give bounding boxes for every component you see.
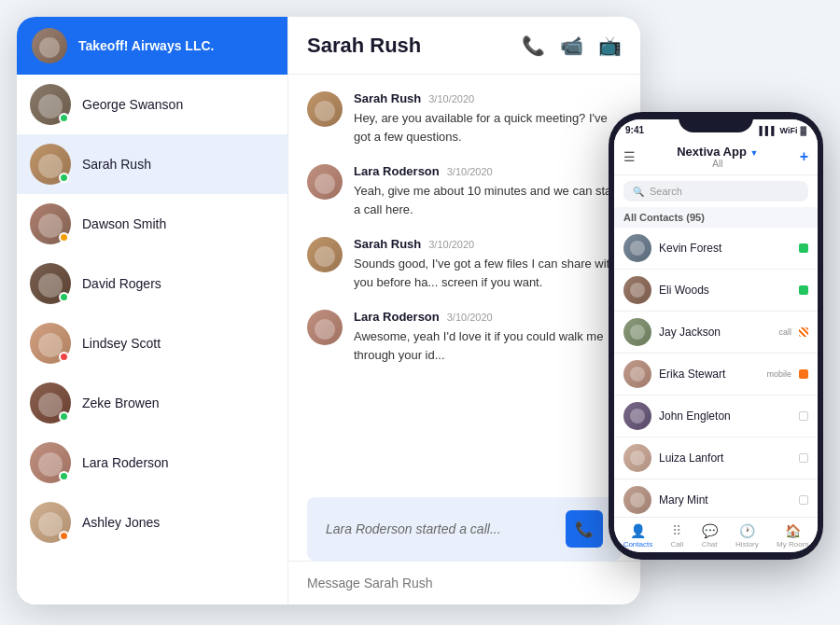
sidebar-contact-item[interactable]: Sarah Rush — [17, 134, 287, 194]
contact-avatar-wrap — [30, 84, 71, 125]
contact-list: George Swanson Sarah Rush Dawson Smith D… — [17, 75, 287, 604]
contact-avatar-wrap — [30, 442, 71, 483]
message-avatar — [307, 91, 343, 127]
org-name: Takeoff! Airways LLC. — [78, 38, 214, 53]
message-text: Awesome, yeah I'd love it if you could w… — [354, 327, 622, 364]
nav-icon: 🕐 — [739, 523, 755, 538]
wifi-icon: WiFi — [780, 126, 798, 135]
nav-icon: 💬 — [702, 523, 718, 538]
contact-avatar-wrap — [30, 323, 71, 364]
phone-status-indicator — [799, 453, 808, 463]
phone-contact-name: Luiza Lanfort — [659, 451, 784, 465]
nav-icon: 👤 — [630, 523, 646, 538]
nav-label: Contacts — [623, 540, 653, 549]
phone-contact-avatar — [623, 360, 651, 388]
phone-contact-name: Kevin Forest — [659, 242, 784, 255]
sidebar-contact-item[interactable]: Dawson Smith — [17, 194, 287, 254]
phone-contact-item[interactable]: Mary Mint — [614, 479, 818, 517]
chat-area: Sarah Rush 📞 📹 📺 Sarah Rush 3/10/2020 He… — [287, 17, 640, 604]
status-dot — [59, 232, 69, 243]
contact-name: Dawson Smith — [82, 216, 166, 231]
tablet: Takeoff! Airways LLC. George Swanson Sar… — [17, 17, 640, 604]
message-sender: Sarah Rush — [354, 91, 421, 105]
chat-input-area[interactable] — [288, 561, 640, 604]
nav-label: Call — [671, 540, 684, 549]
phone-search-area: 🔍 Search — [614, 175, 818, 207]
contact-name: David Rogers — [82, 276, 161, 291]
signal-icon: ▌▌▌ — [759, 126, 777, 135]
sidebar-contact-item[interactable]: Zeke Browen — [17, 373, 287, 433]
phone-contact-name: John Engleton — [659, 410, 784, 423]
phone-status-indicator — [799, 411, 808, 421]
message-content: Sarah Rush 3/10/2020 Hey, are you availa… — [354, 91, 622, 146]
sidebar-contact-item[interactable]: David Rogers — [17, 254, 287, 313]
cast-icon[interactable]: 📺 — [598, 35, 622, 57]
search-input-wrap[interactable]: 🔍 Search — [623, 181, 808, 201]
join-call-button[interactable]: 📞 — [566, 510, 603, 548]
message-meta: Sarah Rush 3/10/2020 — [354, 237, 622, 251]
app-subtitle: All — [636, 159, 800, 169]
sidebar-contact-item[interactable]: George Swanson — [17, 75, 287, 134]
message-content: Sarah Rush 3/10/2020 Sounds good, I've g… — [354, 237, 622, 291]
phone-time: 9:41 — [625, 125, 644, 135]
sidebar-header: Takeoff! Airways LLC. — [17, 17, 287, 75]
status-dot — [59, 471, 69, 481]
phone-contact-badge: mobile — [766, 369, 791, 379]
phone-contact-list: Kevin Forest Eli Woods Jay Jackson call … — [614, 228, 818, 517]
phone-contact-avatar — [623, 486, 651, 514]
sidebar-contact-item[interactable]: Ashley Jones — [17, 493, 287, 552]
contact-avatar-wrap — [30, 382, 71, 424]
call-banner: Lara Roderson started a call... 📞 — [307, 497, 622, 561]
phone-status-icons: ▌▌▌ WiFi ▓ — [759, 126, 806, 135]
status-dot — [59, 411, 69, 422]
contact-avatar-wrap — [30, 203, 71, 244]
phone-contact-avatar — [623, 276, 651, 304]
message-avatar — [307, 310, 343, 345]
app-header-center: Nextiva App ▼ All — [636, 145, 800, 169]
phone-contact-name: Erika Stewart — [659, 368, 759, 381]
message-meta: Lara Roderson 3/10/2020 — [354, 310, 622, 324]
contact-name: Lindsey Scott — [82, 336, 161, 351]
message-time: 3/10/2020 — [428, 93, 474, 104]
message-sender: Lara Roderson — [354, 310, 440, 324]
video-icon[interactable]: 📹 — [560, 35, 583, 57]
phone-nav-chat[interactable]: 💬 Chat — [702, 523, 718, 549]
phone-contact-avatar — [623, 402, 651, 430]
message-input[interactable] — [307, 576, 622, 590]
phone-screen: 9:41 ▌▌▌ WiFi ▓ ☰ Nextiva App ▼ All + 🔍 … — [614, 119, 818, 552]
contact-name: Lara Roderson — [82, 455, 169, 470]
menu-icon[interactable]: ☰ — [623, 149, 636, 164]
phone-contact-item[interactable]: Kevin Forest — [614, 228, 818, 270]
call-banner-text: Lara Roderson started a call... — [326, 521, 501, 536]
phone-contact-item[interactable]: Jay Jackson call — [614, 312, 818, 354]
contact-name: Ashley Jones — [82, 515, 160, 530]
sidebar-contact-item[interactable]: Lindsey Scott — [17, 313, 287, 373]
phone-contact-name: Jay Jackson — [659, 326, 771, 339]
phone-contact-item[interactable]: Eli Woods — [614, 270, 818, 312]
chat-header: Sarah Rush 📞 📹 📺 — [288, 17, 640, 75]
phone-contact-item[interactable]: John Engleton — [614, 396, 818, 438]
phone-nav-contacts[interactable]: 👤 Contacts — [623, 523, 653, 549]
phone-contact-avatar — [623, 318, 651, 346]
phone-icon[interactable]: 📞 — [522, 35, 545, 57]
phone-nav-history[interactable]: 🕐 History — [735, 523, 759, 549]
sidebar-contact-item[interactable]: Lara Roderson — [17, 433, 287, 493]
phone-status-indicator — [799, 495, 808, 505]
message-row: Sarah Rush 3/10/2020 Hey, are you availa… — [307, 91, 622, 146]
phone-nav-call[interactable]: ⠿ Call — [671, 523, 684, 549]
app-title: Nextiva App ▼ — [636, 145, 800, 159]
phone-bottom-nav: 👤 Contacts ⠿ Call 💬 Chat 🕐 History 🏠 My … — [614, 517, 818, 552]
phone-contact-item[interactable]: Erika Stewart mobile — [614, 354, 818, 396]
phone-contact-item[interactable]: Luiza Lanfort — [614, 438, 818, 479]
message-avatar — [307, 237, 343, 272]
phone-contact-avatar — [623, 234, 651, 262]
phone-contact-avatar — [623, 444, 651, 472]
phone-nav-my-room[interactable]: 🏠 My Room — [777, 523, 808, 549]
message-sender: Lara Roderson — [354, 164, 440, 178]
phone-status-indicator — [799, 327, 808, 337]
contact-avatar-wrap — [30, 263, 71, 304]
status-dot — [59, 173, 69, 183]
message-text: Sounds good, I've got a few files I can … — [354, 255, 622, 291]
org-avatar — [32, 28, 67, 63]
add-contact-button[interactable]: + — [800, 148, 808, 165]
